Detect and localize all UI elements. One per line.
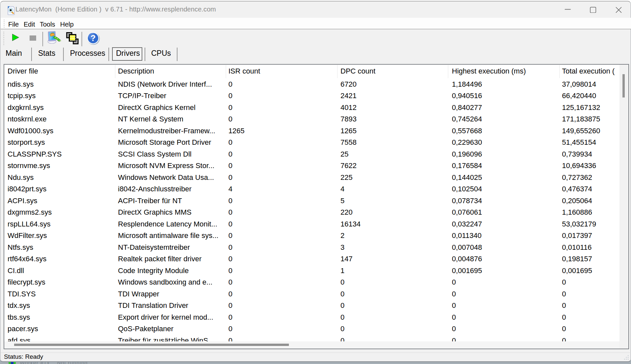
svg-text:?: ? [90, 33, 96, 43]
